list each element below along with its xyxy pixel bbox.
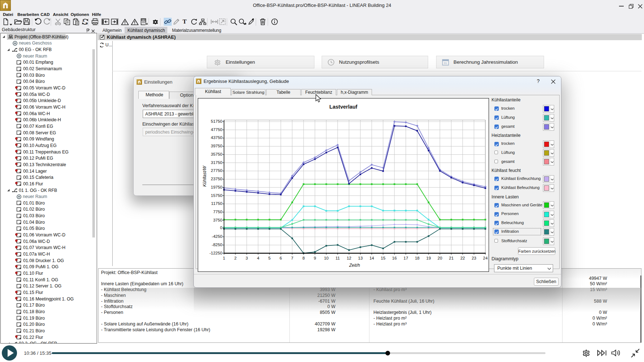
svg-text:31: 31 (444, 62, 447, 65)
svg-text:A: A (83, 19, 85, 22)
svg-text:B: B (86, 22, 88, 25)
